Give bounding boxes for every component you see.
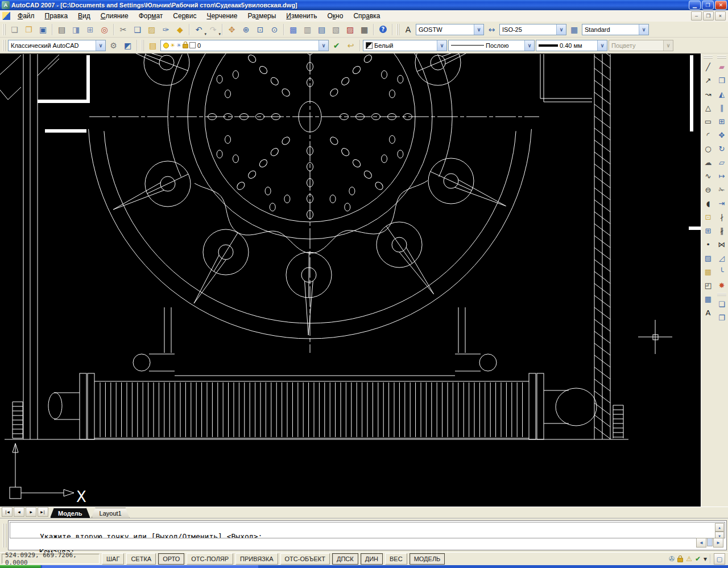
scroll-up-icon[interactable]: ▲ bbox=[715, 523, 724, 532]
undo-button[interactable]: ↶▾ bbox=[192, 23, 206, 36]
dim-style-button[interactable]: ↔ bbox=[485, 23, 499, 36]
redo-button[interactable]: ↷▾ bbox=[206, 23, 220, 36]
scroll-left-icon[interactable]: ◀ bbox=[696, 538, 706, 548]
mirror-button[interactable]: ◭ bbox=[715, 87, 728, 101]
menu-item-вид[interactable]: Вид bbox=[73, 11, 96, 21]
draworder-bring-to-front-button[interactable]: ❏ bbox=[715, 297, 728, 311]
offset-button[interactable]: ∥ bbox=[715, 101, 728, 114]
command-h-scrollbar[interactable]: ◀ ▶ bbox=[696, 538, 723, 548]
drawing-canvas[interactable]: X bbox=[0, 53, 701, 507]
join-button[interactable]: ⋈ bbox=[715, 237, 728, 251]
combo-arrow-icon[interactable]: ∨ bbox=[597, 40, 607, 51]
status-toggle-отс-объект[interactable]: ОТС-ОБЪЕКТ bbox=[280, 553, 330, 565]
scroll-thumb-icon[interactable] bbox=[707, 538, 713, 546]
menu-item-файл[interactable]: Файл bbox=[13, 11, 40, 21]
array-button[interactable]: ⊞ bbox=[715, 114, 728, 128]
polygon-button[interactable]: △ bbox=[701, 101, 715, 114]
dropdown-arrow-icon[interactable]: ▾ bbox=[218, 32, 221, 36]
tab-layout1[interactable]: Layout1 bbox=[92, 508, 130, 518]
text-style-combo[interactable]: GOSTW∨ bbox=[416, 24, 484, 35]
paste-button[interactable]: ▨ bbox=[144, 23, 159, 36]
tool-palettes-button[interactable]: ▤ bbox=[315, 23, 329, 36]
draworder-send-to-back-button[interactable]: ❐ bbox=[715, 311, 728, 324]
mdi-restore-button[interactable]: ❐ bbox=[703, 11, 714, 20]
toolbar-grip[interactable] bbox=[3, 24, 6, 35]
publish-button[interactable]: ⊞ bbox=[83, 23, 97, 36]
status-toggle-дпск[interactable]: ДПСК bbox=[332, 553, 358, 565]
toolbar-grip[interactable] bbox=[3, 40, 6, 51]
menu-item-изменить[interactable]: Изменить bbox=[281, 11, 322, 21]
insert-block-button[interactable]: ⊡ bbox=[701, 210, 715, 224]
hatch-button[interactable]: ▨ bbox=[701, 251, 715, 265]
status-toggle-отс-поляр[interactable]: ОТС-ПОЛЯР bbox=[187, 553, 233, 565]
pan-button[interactable]: ✥ bbox=[225, 23, 239, 36]
move-button[interactable]: ✥ bbox=[715, 128, 728, 142]
menu-item-правка[interactable]: Правка bbox=[40, 11, 73, 21]
save-button[interactable]: ▣ bbox=[36, 23, 50, 36]
tab-previous-button[interactable]: ◀ bbox=[14, 507, 24, 517]
unlock-icon[interactable] bbox=[677, 558, 683, 562]
modify-toolbar-grip[interactable] bbox=[717, 56, 726, 59]
command-history[interactable]: Укажите вторую точку или [Выход/Отменить… bbox=[10, 522, 725, 538]
status-toggle-вес[interactable]: ВЕС bbox=[385, 553, 407, 565]
color-combo[interactable]: Белый∨ bbox=[363, 40, 447, 51]
title-bar[interactable]: A AutoCAD 2007 - [C:\Documents and Setti… bbox=[0, 0, 728, 10]
cut-button[interactable]: ✂ bbox=[116, 23, 130, 36]
combo-arrow-icon[interactable]: ∨ bbox=[663, 40, 673, 51]
copy-clip-button[interactable]: ❑ bbox=[130, 23, 144, 36]
layer-previous-button[interactable]: ↩ bbox=[344, 39, 358, 52]
markup-set-manager-button[interactable]: ▨ bbox=[343, 23, 357, 36]
menu-item-черчение[interactable]: Черчение bbox=[201, 11, 242, 21]
toolbar-lock-icon[interactable]: ✔ bbox=[695, 555, 701, 562]
status-toggle-шаг[interactable]: ШАГ bbox=[102, 553, 124, 565]
construction-line-button[interactable]: ↗ bbox=[701, 73, 715, 87]
toolbar-grip[interactable] bbox=[141, 40, 144, 51]
rotate-button[interactable]: ↻ bbox=[715, 142, 728, 155]
properties-palette-button[interactable]: ▩ bbox=[286, 23, 300, 36]
mdi-minimize-button[interactable]: – bbox=[691, 11, 702, 20]
minimize-button[interactable]: ▁ bbox=[689, 1, 701, 10]
stretch-button[interactable]: ↦ bbox=[715, 169, 728, 183]
plot-button[interactable]: ▤ bbox=[55, 23, 69, 36]
table-button[interactable]: ▦ bbox=[701, 292, 715, 306]
ellipse-arc-button[interactable]: ◖ bbox=[701, 196, 715, 210]
combo-arrow-icon[interactable]: ∨ bbox=[474, 24, 483, 35]
zoom-previous-button[interactable]: ⊙ bbox=[267, 23, 282, 36]
combo-arrow-icon[interactable]: ∨ bbox=[556, 24, 566, 35]
trim-button[interactable]: ✁ bbox=[715, 183, 728, 196]
scroll-right-icon[interactable]: ▶ bbox=[713, 538, 723, 548]
status-toggle-модель[interactable]: МОДЕЛЬ bbox=[410, 553, 445, 565]
point-button[interactable]: • bbox=[701, 237, 715, 251]
windows-taskbar[interactable] bbox=[0, 565, 728, 568]
match-properties-button[interactable]: ✑ bbox=[159, 23, 173, 36]
multiline-text-button[interactable]: A bbox=[701, 306, 715, 319]
open-button[interactable]: ❐ bbox=[22, 23, 36, 36]
tray-menu-arrow[interactable]: ▾ bbox=[704, 555, 707, 562]
layer-combo[interactable]: ☀☀0∨ bbox=[160, 40, 329, 51]
break-button[interactable]: ∦ bbox=[715, 224, 728, 237]
tab-first-button[interactable]: |◀ bbox=[2, 507, 13, 517]
tab-last-button[interactable]: ▶| bbox=[38, 507, 48, 517]
sheet-set-manager-button[interactable]: ▧ bbox=[329, 23, 343, 36]
region-button[interactable]: ◰ bbox=[701, 278, 715, 292]
command-scrollbar[interactable]: ▲ ▼ bbox=[715, 523, 724, 538]
spline-button[interactable]: ∿ bbox=[701, 169, 715, 183]
lineweight-combo[interactable]: 0.40 мм∨ bbox=[536, 40, 607, 51]
command-input[interactable]: Команда: ◀ ▶ bbox=[10, 537, 725, 549]
tab-модель[interactable]: Модель bbox=[50, 508, 90, 518]
menu-item-окно[interactable]: Окно bbox=[322, 11, 349, 21]
ellipse-button[interactable]: ⊖ bbox=[701, 183, 715, 196]
make-block-button[interactable]: ⊞ bbox=[701, 224, 715, 237]
plot-preview-button[interactable]: ◨ bbox=[69, 23, 83, 36]
erase-button[interactable]: ▰ bbox=[715, 60, 728, 73]
designcenter-button[interactable]: ▥ bbox=[300, 23, 315, 36]
combo-arrow-icon[interactable]: ∨ bbox=[639, 24, 648, 35]
table-style-combo[interactable]: Standard∨ bbox=[582, 24, 649, 35]
draworder-toolbar-grip[interactable] bbox=[717, 293, 726, 296]
scale-button[interactable]: ▱ bbox=[715, 155, 728, 169]
line-button[interactable]: ╱ bbox=[701, 60, 715, 73]
menu-item-формат[interactable]: Формат bbox=[134, 11, 168, 21]
fillet-button[interactable]: ╰ bbox=[715, 265, 728, 278]
combo-arrow-icon[interactable]: ∨ bbox=[524, 40, 534, 51]
text-style-button[interactable]: A bbox=[401, 23, 415, 36]
